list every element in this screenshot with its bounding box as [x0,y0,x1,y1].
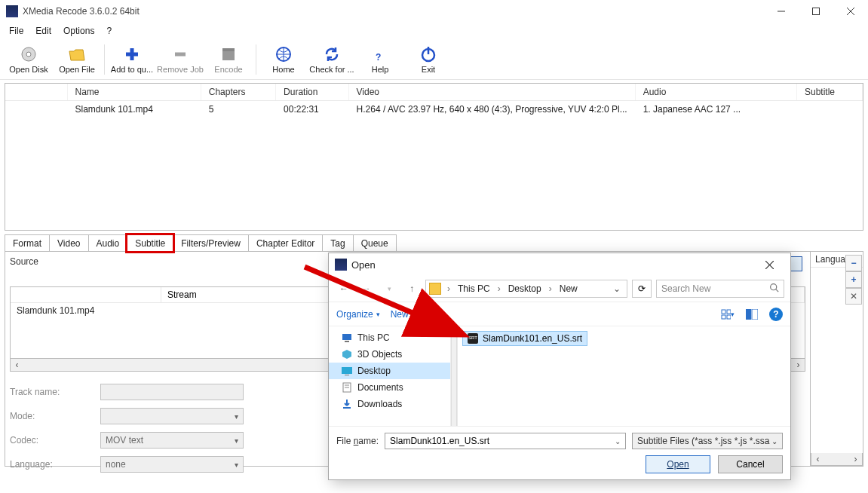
breadcrumb-seg[interactable]: This PC [455,283,493,294]
col-chapters[interactable]: Chapters [201,84,275,101]
menu-options[interactable]: Options [59,24,99,38]
power-icon [419,45,437,63]
menu-file[interactable]: File [5,24,28,38]
clear-track-button[interactable]: ✕ [845,288,862,305]
col-name[interactable]: Name [67,84,201,101]
refresh-button[interactable]: ⟳ [632,280,652,298]
svg-rect-25 [345,375,349,375]
tree-item-desktop[interactable]: Desktop [329,363,450,379]
maximize-button[interactable] [799,0,833,23]
tab-chapter[interactable]: Chapter Editor [248,234,323,252]
scroll-right-icon[interactable]: › [792,360,805,370]
svg-point-5 [26,52,31,57]
filetype-select[interactable]: Subtitle Files (*ass *.jss *.js *.ssa⌄ [632,433,783,449]
open-button[interactable]: Open [646,455,710,473]
remove-job-button[interactable]: Remove Job [156,41,204,78]
pc-icon [341,332,353,344]
view-mode-button[interactable]: ▾ [721,308,735,321]
col-subtitle[interactable]: Subtitle [796,84,862,101]
tab-format[interactable]: Format [5,234,50,252]
chevron-down-icon[interactable]: ⌄ [610,283,624,294]
dialog-close-button[interactable] [754,254,784,275]
svg-text:?: ? [376,52,381,63]
tab-audio[interactable]: Audio [88,234,128,252]
svg-rect-1 [813,8,820,15]
chevron-down-icon[interactable]: ⌄ [615,437,621,446]
tab-queue[interactable]: Queue [353,234,397,252]
clapper-icon [219,45,238,63]
source-label: Source [10,256,38,267]
file-list[interactable]: SlamDunk101.en_US.srt [457,326,790,426]
cancel-button[interactable]: Cancel [718,455,783,473]
chevron-down-icon: ▾ [235,436,238,445]
minimize-button[interactable] [764,0,799,23]
encode-button[interactable]: Encode [204,41,253,78]
col-audio[interactable]: Audio [635,84,796,101]
tree-scrollbar[interactable] [451,326,457,426]
track-name-label: Track name: [10,387,100,397]
globe-icon [275,45,293,63]
language-select: none▾ [100,456,244,473]
hscrollbar-right[interactable]: ‹› [811,453,863,466]
nav-up-button[interactable]: ↑ [403,280,421,298]
breadcrumb-seg[interactable]: Desktop [505,283,544,294]
tree-item[interactable]: 3D Objects [329,346,450,363]
chevron-down-icon: ▾ [235,461,238,469]
col-video[interactable]: Video [348,84,635,101]
help-button[interactable]: ?Help [356,41,404,78]
filename-input[interactable]: SlamDunk101.en_US.srt⌄ [385,433,626,449]
scroll-left-icon[interactable]: ‹ [11,360,23,370]
dialog-title: Open [351,259,754,271]
add-queue-button[interactable]: Add to qu... [108,41,156,78]
svg-rect-22 [342,334,351,340]
nav-back-button[interactable]: ← [335,280,353,298]
help-icon[interactable]: ? [769,308,783,321]
open-disk-button[interactable]: Open Disk [5,41,53,78]
app-icon [335,259,347,271]
svg-rect-20 [746,309,751,320]
remove-track-button[interactable]: − [845,255,862,271]
menu-edit[interactable]: Edit [31,24,56,38]
folder-tree[interactable]: This PC 3D Objects Desktop Documents Dow… [329,326,451,426]
organize-menu[interactable]: Organize ▾ [336,309,380,320]
download-icon [341,398,353,410]
chevron-down-icon[interactable]: ▾ [380,280,398,298]
desktop-icon [341,365,353,377]
tab-subtitle[interactable]: Subtitle [127,234,173,252]
exit-button[interactable]: Exit [404,41,452,78]
new-folder-button[interactable]: New folder [391,309,434,320]
window-titlebar: XMedia Recode 3.6.0.2 64bit [0,0,868,23]
check-update-button[interactable]: Check for ... [308,41,356,78]
svg-rect-21 [752,309,758,320]
tree-item[interactable]: Documents [329,379,450,396]
file-item[interactable]: SlamDunk101.en_US.srt [462,331,587,346]
breadcrumb-seg[interactable]: New [557,283,581,294]
add-track-button[interactable]: + [845,271,862,288]
menu-help[interactable]: ? [102,24,116,38]
tab-tag[interactable]: Tag [322,234,353,252]
file-table[interactable]: Name Chapters Duration Video Audio Subti… [5,83,863,231]
filename-label: File name: [336,436,379,446]
codec-select: MOV text▾ [100,432,244,449]
home-button[interactable]: Home [259,41,308,78]
tab-video[interactable]: Video [49,234,88,252]
tabs: Format Video Audio Subtitle Filters/Prev… [5,234,863,251]
open-file-button[interactable]: Open File [53,41,101,78]
minus-icon [171,45,189,63]
close-button[interactable] [833,0,868,23]
svg-rect-23 [345,341,349,342]
search-input[interactable]: Search New [656,280,784,298]
app-icon [6,5,18,17]
menubar: File Edit Options ? [0,23,868,39]
svg-point-14 [771,284,777,290]
question-icon: ? [371,45,389,63]
tab-filters[interactable]: Filters/Preview [173,234,249,252]
mode-label: Mode: [10,411,100,421]
preview-pane-button[interactable] [745,308,759,321]
nav-forward-button[interactable]: → [357,280,376,298]
table-row[interactable]: Slamdunk 101.mp4 5 00:22:31 H.264 / AVC … [5,101,863,118]
tree-item[interactable]: This PC [329,329,450,346]
col-duration[interactable]: Duration [276,84,348,101]
tree-item[interactable]: Downloads [329,396,450,412]
breadcrumb[interactable]: ›This PC ›Desktop ›New ⌄ [425,280,627,298]
